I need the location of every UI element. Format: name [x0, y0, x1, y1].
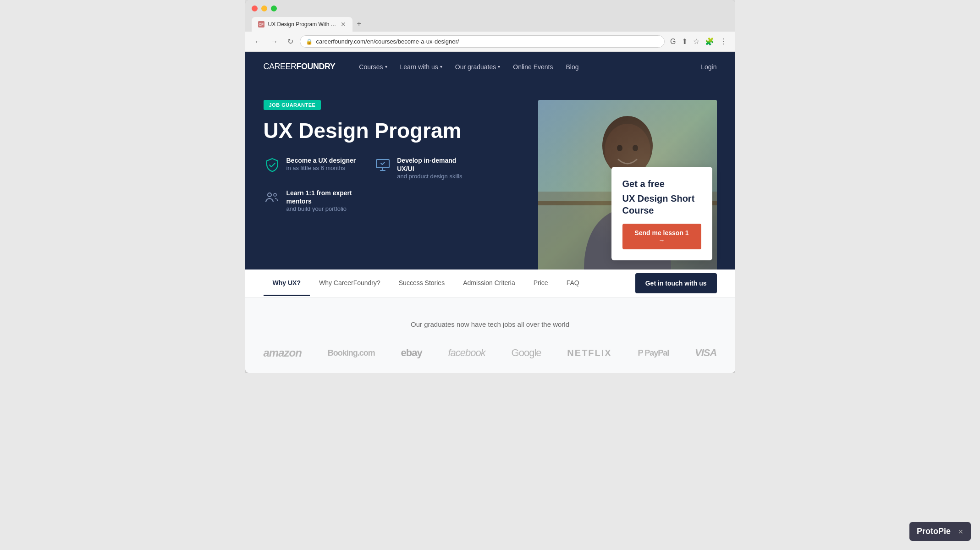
- browser-titlebar: CF UX Design Program With A Jo... ✕ +: [245, 0, 735, 32]
- people-icon: [264, 189, 281, 206]
- feature-row-2: Learn 1:1 from expert mentors and build …: [264, 189, 520, 213]
- chevron-down-icon: ▾: [440, 64, 442, 69]
- nav-links: Courses ▾ Learn with us ▾ Our graduates …: [353, 60, 701, 74]
- feature-2-text: Develop in-demand UX/UI and product desi…: [397, 156, 475, 181]
- chevron-down-icon: ▾: [385, 64, 387, 69]
- traffic-lights: [252, 6, 729, 11]
- chevron-down-icon: ▾: [498, 64, 500, 69]
- job-guarantee-badge: JOB GUARANTEE: [264, 100, 321, 110]
- refresh-button[interactable]: ↻: [285, 35, 296, 48]
- close-traffic-light[interactable]: [252, 6, 258, 11]
- get-in-touch-button[interactable]: Get in touch with us: [635, 273, 717, 293]
- nav-graduates[interactable]: Our graduates ▾: [450, 60, 506, 74]
- svg-point-8: [617, 145, 622, 151]
- send-lesson-button[interactable]: Send me lesson 1 →: [622, 224, 701, 249]
- hero-title: UX Design Program: [264, 119, 520, 143]
- sub-nav-links: Why UX? Why CareerFoundry? Success Stori…: [264, 271, 635, 296]
- company-logo-booking: Booking.com: [328, 348, 375, 358]
- shield-icon: [264, 156, 281, 174]
- hero-features: Become a UX designer in as little as 6 m…: [264, 156, 520, 214]
- sub-nav-price[interactable]: Price: [524, 271, 557, 296]
- bookmark-icon[interactable]: ☆: [691, 35, 701, 48]
- free-course-card: Get a free UX Design Short Course Send m…: [611, 167, 712, 260]
- screen-icon: [374, 156, 391, 174]
- hero-content: JOB GUARANTEE UX Design Program: [264, 100, 538, 231]
- google-search-icon[interactable]: G: [668, 36, 677, 48]
- logo-light-text: CAREER: [264, 62, 297, 71]
- content-section: Our graduates now have tech jobs all ove…: [245, 297, 735, 373]
- svg-point-1: [268, 193, 271, 197]
- nav-courses[interactable]: Courses ▾: [353, 60, 392, 74]
- section-tagline: Our graduates now have tech jobs all ove…: [264, 320, 717, 328]
- feature-item-2: Develop in-demand UX/UI and product desi…: [374, 156, 475, 181]
- forward-button[interactable]: →: [268, 36, 281, 48]
- minimize-traffic-light[interactable]: [261, 6, 267, 11]
- company-logo-amazon: amazon: [264, 346, 302, 359]
- address-bar[interactable]: 🔒 careerfoundry.com/en/courses/become-a-…: [300, 35, 665, 48]
- free-course-card-subtitle: UX Design Short Course: [622, 192, 701, 216]
- website-content: CAREERFOUNDRY Courses ▾ Learn with us ▾ …: [245, 52, 735, 373]
- browser-toolbar-icons: G ⬆ ☆ 🧩 ⋮: [668, 35, 728, 48]
- browser-tab-active[interactable]: CF UX Design Program With A Jo... ✕: [252, 17, 352, 32]
- company-logo-paypal: P PayPal: [638, 348, 669, 358]
- new-tab-button[interactable]: +: [353, 16, 365, 32]
- hero-image-area: Get a free UX Design Short Course Send m…: [538, 100, 717, 270]
- maximize-traffic-light[interactable]: [271, 6, 277, 11]
- extension-icon[interactable]: 🧩: [703, 35, 716, 48]
- browser-window: CF UX Design Program With A Jo... ✕ + ← …: [245, 0, 735, 373]
- company-logo-ebay: ebay: [401, 347, 422, 359]
- login-link[interactable]: Login: [701, 63, 716, 71]
- tab-close-button[interactable]: ✕: [341, 21, 346, 28]
- sub-nav-why-ux[interactable]: Why UX?: [264, 271, 310, 296]
- hero-section: JOB GUARANTEE UX Design Program: [245, 82, 735, 270]
- site-logo[interactable]: CAREERFOUNDRY: [264, 62, 336, 72]
- company-logo-visa: VISA: [695, 347, 716, 359]
- back-button[interactable]: ←: [252, 36, 264, 48]
- feature-row-1: Become a UX designer in as little as 6 m…: [264, 156, 520, 181]
- security-icon: 🔒: [306, 38, 313, 45]
- feature-1-text: Become a UX designer in as little as 6 m…: [286, 156, 356, 172]
- tab-favicon: CF: [258, 21, 264, 28]
- nav-learn-with-us[interactable]: Learn with us ▾: [395, 60, 448, 74]
- sub-nav-why-careerfoundry[interactable]: Why CareerFoundry?: [310, 271, 390, 296]
- url-text: careerfoundry.com/en/courses/become-a-ux…: [316, 38, 459, 45]
- nav-online-events[interactable]: Online Events: [507, 60, 558, 74]
- logo-bold-text: FOUNDRY: [297, 62, 336, 71]
- main-navigation: CAREERFOUNDRY Courses ▾ Learn with us ▾ …: [245, 52, 735, 82]
- company-logo-netflix: NETFLIX: [567, 348, 611, 358]
- svg-point-2: [274, 193, 276, 196]
- sub-nav-success-stories[interactable]: Success Stories: [390, 271, 454, 296]
- sub-nav-admission-criteria[interactable]: Admission Criteria: [454, 271, 524, 296]
- nav-blog[interactable]: Blog: [560, 60, 584, 74]
- feature-3-text: Learn 1:1 from expert mentors and build …: [286, 189, 364, 213]
- browser-toolbar: ← → ↻ 🔒 careerfoundry.com/en/courses/bec…: [245, 32, 735, 52]
- tab-bar: CF UX Design Program With A Jo... ✕ +: [252, 16, 729, 32]
- sub-navigation: Why UX? Why CareerFoundry? Success Stori…: [245, 270, 735, 297]
- company-logo-facebook: facebook: [448, 347, 485, 359]
- menu-icon[interactable]: ⋮: [718, 35, 729, 48]
- company-logos: amazon Booking.com ebay facebook Google …: [264, 346, 717, 359]
- sub-nav-faq[interactable]: FAQ: [557, 271, 589, 296]
- company-logo-google: Google: [512, 347, 541, 359]
- feature-item-1: Become a UX designer in as little as 6 m…: [264, 156, 356, 181]
- share-icon[interactable]: ⬆: [680, 35, 689, 48]
- free-course-card-title: Get a free: [622, 178, 701, 190]
- tab-title: UX Design Program With A Jo...: [268, 21, 337, 28]
- feature-item-3: Learn 1:1 from expert mentors and build …: [264, 189, 364, 213]
- svg-point-9: [633, 145, 638, 151]
